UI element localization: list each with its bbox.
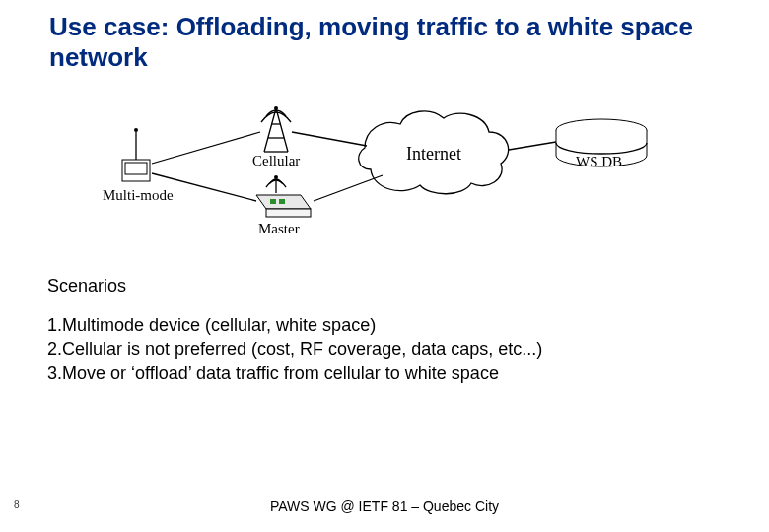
svg-rect-13 — [270, 199, 276, 204]
svg-rect-12 — [266, 209, 311, 217]
master-icon — [256, 175, 311, 217]
svg-line-5 — [264, 108, 276, 152]
device-icon — [122, 128, 150, 181]
scenario-item: 3.Move or ‘offload’ data traffic from ce… — [47, 362, 542, 385]
link-cellular-internet — [292, 132, 367, 146]
slide-footer: PAWS WG @ IETF 81 – Quebec City — [0, 499, 769, 514]
label-internet: Internet — [406, 144, 461, 165]
svg-rect-3 — [125, 163, 147, 174]
svg-point-1 — [134, 128, 138, 132]
link-internet-db — [509, 142, 556, 150]
scenario-item: 2.Cellular is not preferred (cost, RF co… — [47, 337, 542, 361]
label-master: Master — [258, 221, 300, 237]
svg-rect-14 — [279, 199, 285, 204]
slide-title: Use case: Offloading, moving traffic to … — [49, 12, 720, 73]
link-master-internet — [314, 175, 383, 201]
scenarios-list: 1.Multimode device (cellular, white spac… — [47, 313, 542, 385]
tower-icon — [261, 106, 291, 152]
label-cellular: Cellular — [252, 153, 300, 169]
label-wsdb: WS DB — [576, 154, 622, 170]
svg-line-6 — [276, 108, 288, 152]
link-device-cellular — [152, 132, 260, 164]
scenario-item: 1.Multimode device (cellular, white spac… — [47, 313, 542, 337]
label-multimode: Multi-mode — [103, 187, 174, 204]
network-diagram: Multi-mode Cellular Master Internet WS D… — [118, 99, 710, 256]
scenarios-heading: Scenarios — [47, 276, 126, 297]
